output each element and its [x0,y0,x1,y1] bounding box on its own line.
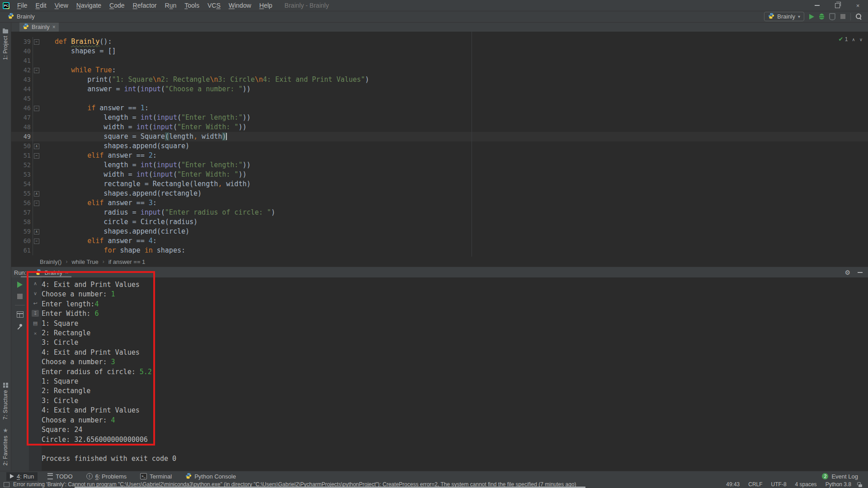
fold-collapse-icon[interactable]: − [34,239,39,244]
minimize-button[interactable] [807,0,827,11]
line-number[interactable]: 48 [11,122,31,132]
code-editor[interactable]: 39−def Brainly():40 shapes = []4142− whi… [11,32,868,257]
lock-icon[interactable] [858,482,863,487]
code-line[interactable]: 39−def Brainly(): [11,37,868,47]
code-line[interactable]: 58 circle = Circle(radius) [11,217,868,227]
inspection-widget[interactable]: ✔ 1 ∧ ∨ [838,34,863,44]
run-configuration-select[interactable]: Brainly ▾ [764,12,804,21]
fold-collapse-icon[interactable]: − [34,39,39,45]
fold-collapse-icon[interactable]: − [34,68,39,73]
stop-process-button[interactable] [17,294,23,299]
code-line[interactable]: 50∧ shapes.append(square) [11,141,868,151]
pin-tab-icon[interactable] [17,324,23,330]
line-number[interactable]: 57 [11,208,31,217]
code-line[interactable]: 59∧ shapes.append(circle) [11,227,868,236]
code-line[interactable]: 56− elif answer == 3: [11,198,868,208]
print-icon[interactable]: ▤ [32,320,39,327]
tool-window-button-python-console[interactable]: Python Console [182,472,240,481]
editor-tab-brainly[interactable]: Brainly × [19,22,59,32]
close-tab-icon[interactable]: × [52,24,56,30]
python-interpreter[interactable]: Python 3.8 [826,481,851,488]
line-number[interactable]: 44 [11,84,31,94]
hide-panel-icon[interactable] [858,272,863,273]
breadcrumb-item[interactable]: if answer == 1 [108,258,146,265]
breadcrumb-item[interactable]: Brainly() [40,258,61,265]
menu-edit[interactable]: Edit [32,0,51,11]
code-line[interactable]: 41 [11,56,868,66]
debug-button[interactable] [819,14,824,19]
line-number[interactable]: 45 [11,94,31,103]
code-line[interactable]: 46− if answer == 1: [11,103,868,113]
code-line[interactable]: 51− elif answer == 2: [11,151,868,160]
chevron-up-icon[interactable]: ∧ [32,280,39,287]
code-line[interactable]: 43 print("1: Square\n2: Rectangle\n3: Ci… [11,75,868,84]
menu-refactor[interactable]: Refactor [129,0,161,11]
code-line[interactable]: 44 answer = int(input("Choose a number: … [11,84,868,94]
line-number[interactable]: 46 [11,103,31,113]
fold-collapse-icon[interactable]: − [34,201,39,206]
code-line[interactable]: 48 width = int(input("Enter Width: ")) [11,122,868,132]
fold-end-icon[interactable]: ∧ [34,144,39,149]
tool-window-button--run[interactable]: 4: Run [6,472,38,481]
menu-tools[interactable]: Tools [180,0,203,11]
run-console-output[interactable]: 4: Exit and Print ValuesChoose a number:… [42,277,868,471]
fold-collapse-icon[interactable]: − [34,153,39,159]
line-number[interactable]: 39 [11,37,31,47]
line-number[interactable]: 47 [11,113,31,122]
code-line[interactable]: 57 radius = input("Enter radius of circl… [11,208,868,217]
line-number[interactable]: 59 [11,227,31,236]
tool-button--project[interactable]: 1: Project [2,29,9,60]
code-line[interactable]: 49 square = Square(length, width) [11,132,868,141]
fold-collapse-icon[interactable]: − [34,106,39,111]
fold-end-icon[interactable]: ∧ [34,191,39,197]
breadcrumb-item[interactable]: while True [71,258,98,265]
chevron-up-icon[interactable]: ∧ [852,35,855,44]
tool-window-toggle-icon[interactable] [4,482,9,487]
code-line[interactable]: 42− while True: [11,66,868,75]
code-line[interactable]: 61 for shape in shapes: [11,246,868,255]
menu-view[interactable]: View [51,0,72,11]
rerun-button[interactable] [17,282,23,288]
line-separator[interactable]: CRLF [748,481,762,488]
close-button[interactable]: × [848,0,868,11]
line-number[interactable]: 58 [11,217,31,227]
chevron-down-icon[interactable]: ∨ [859,35,863,44]
menu-window[interactable]: Window [225,0,255,11]
line-number[interactable]: 50 [11,141,31,151]
soft-wrap-icon[interactable]: ↩ [32,300,39,307]
clear-console-icon[interactable]: × [32,330,39,337]
line-number[interactable]: 41 [11,56,31,66]
code-line[interactable]: 52 length = int(input("Enter length:")) [11,160,868,170]
line-number[interactable]: 49 [11,132,31,141]
event-log-button[interactable]: 2Event Log [822,473,868,480]
line-number[interactable]: 42 [11,66,31,75]
caret-position[interactable]: 49:43 [726,481,740,488]
line-number[interactable]: 60 [11,236,31,246]
menu-help[interactable]: Help [255,0,277,11]
menu-file[interactable]: File [13,0,32,11]
code-line[interactable]: 47 length = int(input("Enter length:")) [11,113,868,122]
code-line[interactable]: 40 shapes = [] [11,47,868,56]
code-line[interactable]: 54 rectangle = Rectangle(length, width) [11,179,868,189]
line-number[interactable]: 56 [11,198,31,208]
code-line[interactable]: 60− elif answer == 4: [11,236,868,246]
line-number[interactable]: 43 [11,75,31,84]
line-number[interactable]: 54 [11,179,31,189]
line-number[interactable]: 52 [11,160,31,170]
code-line[interactable]: 53 width = int(input("Enter Width: ")) [11,170,868,179]
tool-window-button--problems[interactable]: !6: Problems [83,472,130,481]
chevron-down-icon[interactable]: ∨ [32,290,39,297]
file-encoding[interactable]: UTF-8 [771,481,787,488]
gear-icon[interactable]: ⚙ [844,269,850,276]
line-number[interactable]: 55 [11,189,31,198]
code-line[interactable]: 45 [11,94,868,103]
indent-style[interactable]: 4 spaces [795,481,817,488]
tool-window-button-terminal[interactable]: >_Terminal [137,472,175,481]
menu-navigate[interactable]: Navigate [72,0,105,11]
menu-vcs[interactable]: VCS [203,0,225,11]
tool-window-button-todo[interactable]: TODO [44,472,76,481]
restore-layout-icon[interactable] [17,311,24,318]
line-number[interactable]: 40 [11,47,31,56]
maximize-button[interactable] [827,0,848,11]
search-everywhere-icon[interactable] [856,14,862,19]
